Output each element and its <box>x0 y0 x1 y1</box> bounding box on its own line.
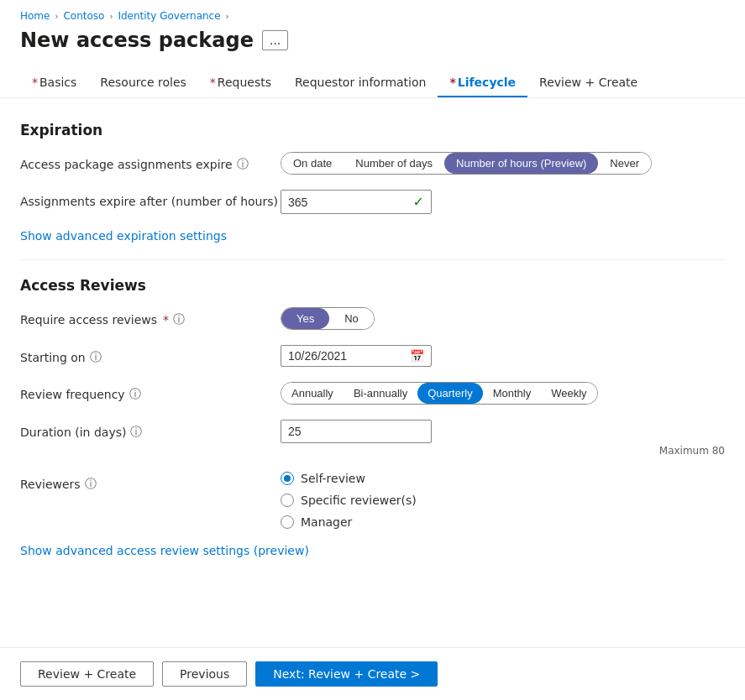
expire-after-input-wrapper: ✓ <box>281 190 432 214</box>
frequency-label: Review frequency ⓘ <box>20 382 281 402</box>
expire-after-control: ✓ <box>281 190 725 214</box>
require-reviews-control: Yes No <box>281 307 725 330</box>
reviewers-control: Self-review Specific reviewer(s) Manager <box>281 472 725 529</box>
radio-self-review-circle <box>281 472 294 485</box>
check-icon: ✓ <box>413 194 424 210</box>
reviewers-radio-group: Self-review Specific reviewer(s) Manager <box>281 472 725 529</box>
duration-row: Duration (in days) ⓘ Maximum 80 <box>20 420 725 457</box>
reviewers-label: Reviewers ⓘ <box>20 472 281 492</box>
duration-control: Maximum 80 <box>281 420 725 457</box>
breadcrumb-sep-1: › <box>55 12 58 21</box>
duration-wrapper: Maximum 80 <box>281 420 725 457</box>
access-reviews-section: Access Reviews Require access reviews * … <box>20 277 725 557</box>
show-advanced-review-link[interactable]: Show advanced access review settings (pr… <box>20 544 309 557</box>
require-reviews-row: Require access reviews * ⓘ Yes No <box>20 307 725 330</box>
tab-lifecycle-required: * <box>449 76 455 89</box>
breadcrumb-sep-3: › <box>226 12 229 21</box>
frequency-row: Review frequency ⓘ Annually Bi-annually … <box>20 382 725 405</box>
expire-options-control: On date Number of days Number of hours (… <box>281 152 725 175</box>
show-advanced-expiration-link[interactable]: Show advanced expiration settings <box>20 229 227 243</box>
freq-quarterly[interactable]: Quarterly <box>417 383 482 404</box>
starting-on-label: Starting on ⓘ <box>20 345 281 365</box>
next-button[interactable]: Next: Review + Create > <box>255 661 438 687</box>
yes-no-toggle: Yes No <box>281 307 375 330</box>
tab-requests[interactable]: *Requests <box>198 69 283 97</box>
expiration-section: Expiration Access package assignments ex… <box>20 122 725 243</box>
assignments-expire-row: Access package assignments expire ⓘ On d… <box>20 152 725 175</box>
breadcrumb-identity-governance[interactable]: Identity Governance <box>118 10 220 22</box>
radio-specific-reviewer[interactable]: Specific reviewer(s) <box>281 494 725 507</box>
starting-on-info-icon[interactable]: ⓘ <box>90 350 102 365</box>
radio-manager[interactable]: Manager <box>281 515 725 529</box>
duration-input[interactable] <box>281 420 432 443</box>
assignments-expire-label: Access package assignments expire ⓘ <box>20 152 281 172</box>
radio-self-review[interactable]: Self-review <box>281 472 725 485</box>
assignments-expire-info-icon[interactable]: ⓘ <box>237 157 249 172</box>
freq-weekly[interactable]: Weekly <box>541 383 596 404</box>
radio-specific-reviewer-label: Specific reviewer(s) <box>301 494 417 507</box>
page-wrapper: Home › Contoso › Identity Governance › N… <box>0 0 745 700</box>
starting-on-input[interactable] <box>288 349 407 363</box>
freq-bi-annually[interactable]: Bi-annually <box>344 383 417 404</box>
frequency-segmented: Annually Bi-annually Quarterly Monthly W… <box>281 382 598 405</box>
expire-segmented: On date Number of days Number of hours (… <box>281 152 652 175</box>
tab-lifecycle[interactable]: *Lifecycle <box>438 69 527 97</box>
previous-button[interactable]: Previous <box>162 661 247 687</box>
footer: Review + Create Previous Next: Review + … <box>0 647 745 700</box>
main-content: Expiration Access package assignments ex… <box>0 98 745 647</box>
duration-info-icon[interactable]: ⓘ <box>130 425 142 440</box>
review-create-button[interactable]: Review + Create <box>20 661 154 687</box>
starting-on-row: Starting on ⓘ 📅 <box>20 345 725 367</box>
breadcrumb-home[interactable]: Home <box>20 10 50 22</box>
radio-specific-reviewer-circle <box>281 494 294 507</box>
require-reviews-label: Require access reviews * ⓘ <box>20 307 281 327</box>
reviewers-info-icon[interactable]: ⓘ <box>85 477 97 492</box>
tab-basics-required: * <box>32 76 38 89</box>
breadcrumb: Home › Contoso › Identity Governance › <box>0 0 745 25</box>
expire-number-hours[interactable]: Number of hours (Preview) <box>444 153 598 174</box>
radio-self-review-label: Self-review <box>301 472 365 485</box>
breadcrumb-sep-2: › <box>109 12 113 21</box>
tab-requestor-info[interactable]: Requestor information <box>283 69 438 97</box>
radio-manager-label: Manager <box>301 515 352 529</box>
expiration-heading: Expiration <box>20 122 725 138</box>
tab-basics[interactable]: *Basics <box>20 69 88 97</box>
require-reviews-required: * <box>163 313 169 326</box>
no-option[interactable]: No <box>329 308 374 329</box>
frequency-info-icon[interactable]: ⓘ <box>129 387 141 402</box>
duration-label: Duration (in days) ⓘ <box>20 420 281 440</box>
tab-requests-required: * <box>210 76 216 89</box>
require-reviews-info-icon[interactable]: ⓘ <box>173 312 185 327</box>
expire-number-days[interactable]: Number of days <box>344 153 444 174</box>
freq-annually[interactable]: Annually <box>281 383 344 404</box>
expire-after-label: Assignments expire after (number of hour… <box>20 190 281 208</box>
ellipsis-button[interactable]: ... <box>262 30 288 50</box>
freq-monthly[interactable]: Monthly <box>483 383 542 404</box>
calendar-icon[interactable]: 📅 <box>410 349 424 363</box>
show-advanced-expiration-row: Show advanced expiration settings <box>20 229 725 243</box>
page-title-row: New access package ... <box>0 25 745 62</box>
starting-on-input-wrapper: 📅 <box>281 345 432 367</box>
frequency-control: Annually Bi-annually Quarterly Monthly W… <box>281 382 725 405</box>
page-title: New access package <box>20 29 254 52</box>
show-advanced-review-row: Show advanced access review settings (pr… <box>20 544 725 557</box>
expire-after-row: Assignments expire after (number of hour… <box>20 190 725 214</box>
section-divider <box>20 259 725 260</box>
nav-tabs: *Basics Resource roles *Requests Request… <box>0 62 745 98</box>
reviewers-row: Reviewers ⓘ Self-review Specific reviewe… <box>20 472 725 529</box>
yes-option[interactable]: Yes <box>281 308 329 329</box>
radio-manager-circle <box>281 515 294 529</box>
expire-never[interactable]: Never <box>598 153 651 174</box>
duration-max-hint: Maximum 80 <box>281 445 725 457</box>
access-reviews-heading: Access Reviews <box>20 277 725 294</box>
breadcrumb-contoso[interactable]: Contoso <box>63 10 104 22</box>
expire-after-input[interactable] <box>288 196 410 209</box>
starting-on-control: 📅 <box>281 345 725 367</box>
tab-review-create[interactable]: Review + Create <box>527 69 649 97</box>
expire-on-date[interactable]: On date <box>281 153 344 174</box>
tab-resource-roles[interactable]: Resource roles <box>88 69 197 97</box>
